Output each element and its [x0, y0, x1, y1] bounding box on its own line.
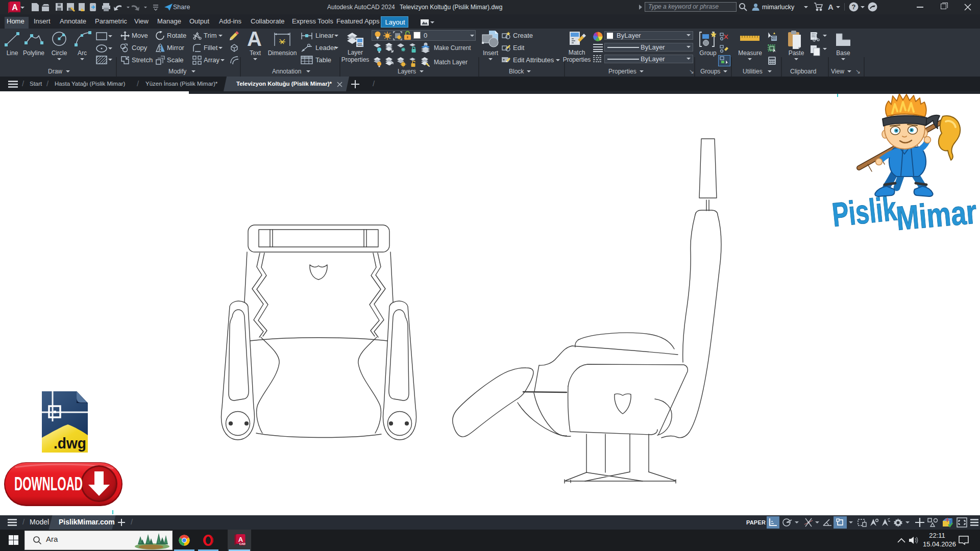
svg-text:DOWNLOAD: DOWNLOAD: [14, 473, 83, 494]
svg-text:CAD: CAD: [239, 542, 246, 545]
svg-text:Pislik: Pislik: [830, 189, 898, 234]
svg-text:.dwg: .dwg: [54, 435, 86, 452]
svg-text:Mimar: Mimar: [895, 192, 978, 237]
